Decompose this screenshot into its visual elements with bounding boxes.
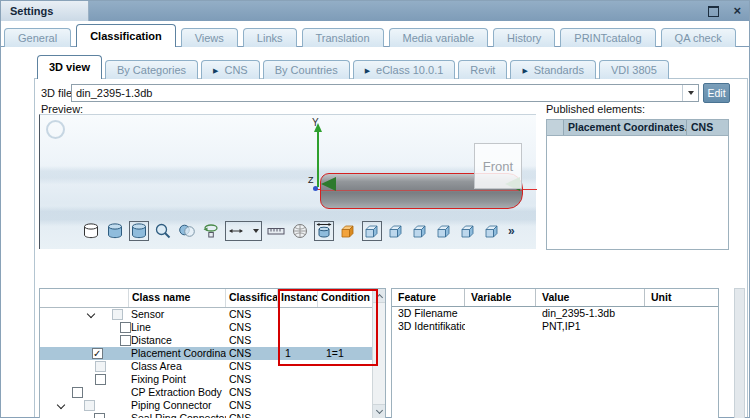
main-tab-bar: General Classification Views Links Trans… [4, 24, 741, 47]
checkbox[interactable] [112, 309, 123, 320]
axis-z-label: Z [308, 175, 314, 185]
subtab-by-categories[interactable]: By Categories [105, 60, 198, 79]
collapse-icon[interactable] [87, 310, 95, 318]
checkbox[interactable] [120, 335, 129, 346]
chevron-up-icon [375, 293, 382, 300]
settings-window: Settings × General Classification Views … [0, 0, 750, 418]
play-icon: ▶ [522, 67, 527, 74]
table-row-line[interactable]: Line CNS [40, 321, 385, 334]
classification-header: Classification [226, 289, 278, 307]
checkbox[interactable] [72, 387, 83, 398]
table-row-class-area[interactable]: Class Area CNS [40, 360, 385, 373]
origin-point [313, 186, 318, 191]
window-title: Settings [1, 1, 89, 21]
tab-translation[interactable]: Translation [302, 28, 384, 47]
collapse-icon[interactable] [57, 401, 65, 409]
chevron-down-icon [253, 229, 259, 233]
combo-dropdown-button[interactable] [682, 85, 698, 101]
tab-classification[interactable]: Classification [76, 24, 176, 47]
view-cube-icon[interactable] [410, 221, 430, 241]
published-elements-table[interactable]: Placement Coordinates... CNS [546, 119, 729, 250]
table-row-fixing-point[interactable]: Fixing Point CNS [40, 373, 385, 386]
dimension-options-dropdown[interactable] [225, 221, 262, 241]
rotate-icon[interactable] [201, 221, 221, 241]
maximize-icon[interactable] [708, 6, 719, 17]
table-row-distance[interactable]: Distance CNS [40, 334, 385, 347]
scroll-down-button[interactable] [373, 404, 385, 418]
table-row-3d-identifikation[interactable]: 3D Identifikation PNT,IP1 [392, 320, 718, 333]
front-view-button[interactable]: Front [474, 143, 522, 189]
play-icon: ▶ [365, 67, 370, 74]
class-tree-table[interactable]: Class name Classification Instance Condi… [39, 288, 386, 418]
tab-qa-check[interactable]: QA check [661, 28, 736, 47]
toolbar-overflow-icon[interactable]: » [508, 224, 515, 238]
subtab-by-countries[interactable]: By Countries [263, 60, 350, 79]
tab-printcatalog[interactable]: PRINTcatalog [560, 28, 655, 47]
subtab-cns[interactable]: ▶CNS [201, 60, 260, 79]
3d-file-combobox[interactable]: din_2395-1.3db [71, 84, 699, 102]
iso-view-icon[interactable] [362, 221, 382, 241]
feature-table-header: Feature Variable Value Unit [392, 289, 718, 307]
subtab-eclass[interactable]: ▶eClass 10.0.1 [353, 60, 456, 79]
solid-view-icon[interactable] [129, 221, 149, 241]
table-row-piping-connector[interactable]: Piping Connector CNS [40, 399, 385, 412]
preview-toolbar: » [81, 219, 515, 243]
close-icon[interactable]: × [733, 1, 741, 21]
table-row-3d-filename[interactable]: 3D Filename din_2395-1.3db [392, 307, 718, 320]
tab-general[interactable]: General [4, 28, 71, 47]
checkbox[interactable] [94, 413, 105, 418]
play-icon: ▶ [213, 67, 218, 74]
checkbox[interactable] [120, 322, 129, 333]
published-header-classification: CNS [687, 120, 728, 135]
wireframe-view-icon[interactable] [81, 221, 101, 241]
ruler-icon[interactable] [266, 221, 286, 241]
edit-button[interactable]: Edit [703, 83, 730, 103]
published-header-spacer [547, 120, 564, 135]
unit-header: Unit [645, 289, 718, 306]
shaded-view-icon[interactable] [105, 221, 125, 241]
scroll-up-button[interactable] [373, 289, 385, 303]
view-cube-icon[interactable] [386, 221, 406, 241]
panel-right-strip [734, 288, 745, 418]
tab-history[interactable]: History [493, 28, 555, 47]
checkbox[interactable] [95, 374, 106, 385]
part-centerline [321, 190, 522, 191]
tab-views[interactable]: Views [181, 28, 238, 47]
dimension-view-icon[interactable] [314, 221, 334, 241]
subtab-revit[interactable]: Revit [458, 60, 507, 79]
chevron-down-icon [375, 406, 382, 413]
table-row-placement-coordinates[interactable]: Placement Coordinate... CNS 1 1=1 [40, 347, 385, 360]
connection-point-arrow-left [321, 177, 336, 191]
table-row-cp-extraction-body[interactable]: CP Extraction Body CNS [40, 386, 385, 399]
feature-table[interactable]: Feature Variable Value Unit 3D Filename … [391, 288, 719, 418]
mesh-icon[interactable] [290, 221, 310, 241]
surface-view-icon[interactable] [338, 221, 358, 241]
transparency-icon[interactable] [177, 221, 197, 241]
published-elements-label: Published elements: [546, 103, 645, 115]
view-cube-icon[interactable] [482, 221, 502, 241]
tree-column-header [40, 289, 129, 307]
condition-header: Condition [318, 289, 373, 307]
table-row-seal-ring-connector[interactable]: Seal Ring Connector CNS [40, 412, 385, 418]
zoom-icon[interactable] [153, 221, 173, 241]
3d-file-value: din_2395-1.3db [72, 87, 682, 99]
view-cube-icon[interactable] [458, 221, 478, 241]
table-row-sensor[interactable]: Sensor CNS [40, 308, 385, 321]
subtab-3d-view[interactable]: 3D view [37, 55, 102, 79]
sub-tab-bar: 3D view By Categories ▶CNS By Countries … [37, 55, 672, 79]
checkbox[interactable] [95, 361, 106, 372]
orbit-hint-icon [46, 120, 65, 139]
class-name-header: Class name [129, 289, 226, 307]
title-bar: Settings × [1, 1, 749, 21]
checkbox[interactable] [84, 400, 95, 411]
view-cube-icon[interactable] [434, 221, 454, 241]
published-table-header: Placement Coordinates... CNS [547, 120, 728, 136]
subtab-standards[interactable]: ▶Standards [510, 60, 596, 79]
chevron-down-icon [688, 91, 694, 95]
checkbox[interactable] [92, 348, 103, 359]
subtab-vdi-3805[interactable]: VDI 3805 [599, 60, 669, 79]
tab-links[interactable]: Links [243, 28, 297, 47]
tab-media-variable[interactable]: Media variable [389, 28, 489, 47]
instance-header: Instance [278, 289, 318, 307]
vertical-scrollbar[interactable] [372, 289, 385, 418]
